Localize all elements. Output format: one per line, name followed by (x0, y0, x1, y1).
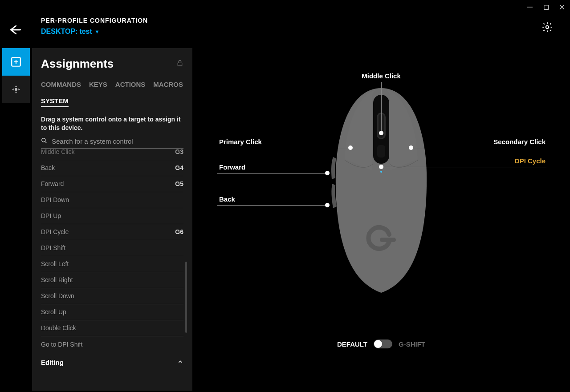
callout-forward: Forward (219, 163, 245, 171)
gshift-toggle: DEFAULT G-SHIFT (337, 339, 425, 348)
callout-line (217, 205, 328, 206)
panel-title: Assignments (41, 57, 114, 71)
tab-macros[interactable]: MACROS (153, 81, 183, 90)
callout-primary-click: Primary Click (219, 138, 262, 145)
rail-assignments-button[interactable] (2, 48, 30, 76)
toggle-label-gshift: G-SHIFT (399, 340, 425, 348)
profile-selector[interactable]: DESKTOP: test ▾ (41, 28, 148, 36)
callout-dpi-cycle: DPI Cycle (515, 157, 546, 165)
callout-dot[interactable] (379, 131, 383, 135)
callout-line (384, 167, 546, 167)
svg-rect-0 (527, 7, 533, 8)
tab-system[interactable]: SYSTEM (41, 97, 69, 107)
list-item[interactable]: Scroll Right (41, 272, 183, 288)
tab-actions[interactable]: ACTIONS (115, 81, 146, 90)
system-controls-list[interactable]: Middle Click G3 Back G4 Forward G5 DPI D… (41, 149, 183, 385)
callout-dot[interactable] (348, 145, 353, 150)
tab-keys[interactable]: KEYS (89, 81, 107, 90)
callout-dot[interactable] (409, 145, 413, 150)
search-input[interactable] (52, 137, 183, 145)
list-scrollbar[interactable] (185, 262, 187, 333)
callout-middle-click: Middle Click (362, 72, 401, 80)
callout-line (217, 173, 328, 174)
list-item[interactable]: Scroll Left (41, 256, 183, 272)
list-item[interactable]: DPI Up (41, 208, 183, 224)
device-diagram: Middle Click Primary Click Secondary Cli… (192, 48, 570, 392)
page-title: PER-PROFILE CONFIGURATION (41, 17, 148, 24)
svg-point-4 (15, 89, 17, 90)
svg-rect-5 (178, 63, 182, 66)
list-item[interactable]: Middle Click G3 (41, 149, 183, 160)
svg-rect-10 (377, 145, 385, 158)
callout-line (381, 82, 382, 131)
search-bar (41, 137, 183, 149)
window-close-button[interactable] (554, 0, 570, 14)
window-maximize-button[interactable] (538, 0, 554, 14)
profile-prefix: DESKTOP: (41, 28, 77, 36)
chevron-down-icon: ▾ (96, 28, 98, 35)
svg-point-2 (546, 26, 549, 29)
settings-button[interactable] (542, 21, 553, 35)
svg-point-6 (42, 138, 45, 142)
tab-commands[interactable]: COMMANDS (41, 81, 81, 90)
list-item[interactable]: Double Click (41, 320, 183, 336)
list-item[interactable]: Go to DPI Shift (41, 336, 183, 352)
callout-secondary-click: Secondary Click (493, 138, 546, 145)
callout-line (413, 148, 546, 148)
gshift-switch[interactable] (374, 339, 392, 348)
callout-dot[interactable] (379, 165, 383, 169)
list-item[interactable]: Scroll Down (41, 288, 183, 304)
svg-rect-1 (544, 5, 548, 9)
rail-sensitivity-button[interactable] (2, 76, 30, 103)
back-button[interactable] (9, 23, 22, 38)
list-item[interactable]: Forward G5 (41, 176, 183, 192)
callout-back: Back (219, 195, 235, 203)
list-item[interactable]: DPI Down (41, 192, 183, 208)
list-item[interactable]: DPI Shift (41, 240, 183, 256)
svg-point-11 (380, 171, 382, 173)
toggle-label-default: DEFAULT (337, 340, 367, 348)
tab-bar: COMMANDS KEYS ACTIONS MACROS SYSTEM (41, 81, 183, 107)
list-item[interactable]: Back G4 (41, 160, 183, 176)
panel-hint: Drag a system control onto a target to a… (41, 115, 183, 132)
assignments-panel: Assignments COMMANDS KEYS ACTIONS MACROS… (32, 48, 192, 391)
callout-dot[interactable] (325, 171, 330, 175)
list-item[interactable]: Scroll Up (41, 304, 183, 320)
window-minimize-button[interactable] (522, 0, 538, 14)
section-editing[interactable]: Editing (41, 354, 183, 371)
profile-name: test (79, 28, 92, 36)
callout-dot[interactable] (325, 203, 330, 207)
chevron-up-icon (177, 359, 183, 366)
callout-line (217, 148, 350, 148)
lock-icon[interactable] (176, 60, 183, 69)
search-icon (41, 137, 47, 145)
list-item[interactable]: DPI Cycle G6 (41, 224, 183, 240)
